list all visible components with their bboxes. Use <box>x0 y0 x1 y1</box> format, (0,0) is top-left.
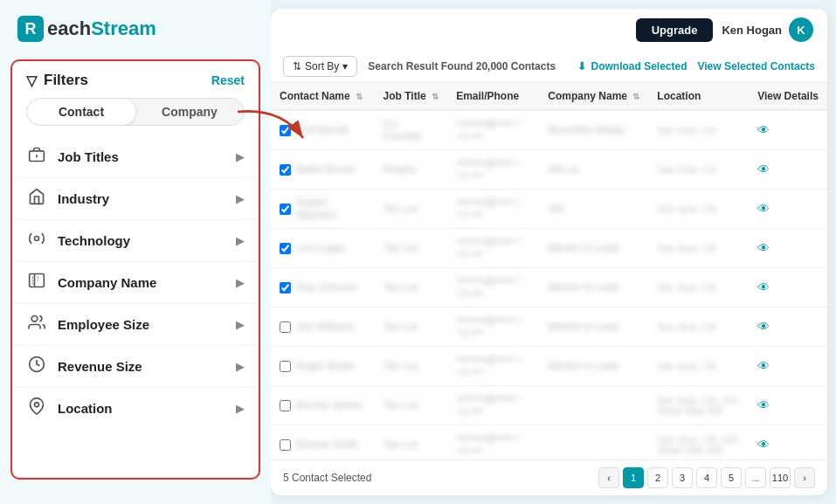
row-contact: Rolf Berndt <box>271 110 375 150</box>
logo-text: eachStream <box>47 17 156 40</box>
page-prev-button[interactable]: ‹ <box>598 467 619 488</box>
row-checkbox[interactable] <box>280 164 291 176</box>
sort-button[interactable]: ⇅ Sort By ▾ <box>283 56 357 77</box>
email-cell: ••••••••@••••• / +1-••• <box>447 229 539 268</box>
row-contact: Joe Williams <box>271 307 375 347</box>
page-4-button[interactable]: 4 <box>696 467 717 488</box>
contact-name-cell: Robert Martinez <box>296 197 366 221</box>
row-checkbox[interactable] <box>280 204 291 215</box>
contact-name-cell: Roger Burke <box>296 360 355 372</box>
logo-icon: R <box>17 16 44 42</box>
view-details-cell[interactable]: 👁 <box>749 386 827 425</box>
row-checkbox[interactable] <box>280 243 291 254</box>
row-checkbox[interactable] <box>280 361 291 372</box>
view-details-icon[interactable]: 👁 <box>757 320 770 334</box>
table-row: Joe WilliamsTax Loc••••••••@••••• / +1-•… <box>271 307 827 347</box>
job-title-cell: Realtor <box>375 150 448 190</box>
sort-icon: ⇅ <box>293 60 301 72</box>
table-row: Rolf BerndtCo-Founder••••••••@••••• / +1… <box>271 110 827 150</box>
revenue-size-arrow-icon: ▶ <box>236 360 245 373</box>
reset-button[interactable]: Reset <box>211 73 245 87</box>
job-titles-label: Job Titles <box>58 149 225 164</box>
filter-item-revenue-size[interactable]: Revenue Size ▶ <box>12 346 259 388</box>
row-contact: Bonnie Smith <box>271 425 375 460</box>
col-sort-icon: ⇅ <box>356 92 363 101</box>
filter-item-industry[interactable]: Industry ▶ <box>12 178 259 220</box>
view-contacts-button[interactable]: View Selected Contacts <box>698 60 816 72</box>
page-110-button[interactable]: 110 <box>770 467 791 488</box>
row-checkbox[interactable] <box>280 125 291 136</box>
row-contact: Roger Burke <box>271 347 375 386</box>
page-2-button[interactable]: 2 <box>647 467 668 488</box>
view-details-cell[interactable]: 👁 <box>749 268 827 307</box>
tab-contact[interactable]: Contact <box>27 99 135 125</box>
table-row: Bonnie JamesTax Loc••••••••@••••• / +1-•… <box>271 386 827 425</box>
row-checkbox[interactable] <box>280 321 291 333</box>
email-cell: ••••••••@••••• / +1-••• <box>447 150 539 190</box>
table-row: Robert MartinezTax Loc••••••••@••••• / +… <box>271 190 827 229</box>
view-details-icon[interactable]: 👁 <box>757 280 770 294</box>
employee-size-arrow-icon: ▶ <box>236 318 245 331</box>
col-sort-icon-3: ⇅ <box>632 92 639 101</box>
col-location: Location <box>648 83 749 110</box>
table-row: Roger BurkeTax Loc••••••••@••••• / +1-••… <box>271 347 827 386</box>
row-checkbox[interactable] <box>280 282 291 293</box>
col-contact-name: Contact Name ⇅ <box>271 83 375 110</box>
page-...-button[interactable]: ... <box>745 467 766 488</box>
industry-icon <box>26 188 47 210</box>
tab-company[interactable]: Company <box>135 99 244 125</box>
location-cell: San Jose, CA, 123 Street Way 456 <box>648 386 749 425</box>
email-cell: ••••••••@••••• / +1-••• <box>447 110 539 150</box>
job-title-cell: Tax Loc <box>375 268 448 307</box>
row-checkbox[interactable] <box>280 439 291 451</box>
col-job-title: Job Title ⇅ <box>375 83 448 110</box>
view-details-cell[interactable]: 👁 <box>749 150 827 190</box>
filter-item-job-titles[interactable]: Job Titles ▶ <box>12 136 259 178</box>
main-content: Upgrade Ken Hogan K ⇅ Sort By ▾ Search R… <box>271 9 827 495</box>
upgrade-button[interactable]: Upgrade <box>636 18 714 42</box>
view-details-icon[interactable]: 👁 <box>757 123 770 137</box>
contact-name-cell: Lori Logan <box>296 242 346 254</box>
contact-name-cell: Roy Johnson <box>296 281 357 293</box>
tab-toggle: Contact Company <box>26 98 245 126</box>
view-details-icon[interactable]: 👁 <box>757 241 770 255</box>
download-button[interactable]: ⬇ Download Selected <box>577 60 687 72</box>
result-number: 20,000 Contacts <box>476 60 556 72</box>
view-details-cell[interactable]: 👁 <box>749 307 827 347</box>
view-details-cell[interactable]: 👁 <box>749 425 827 460</box>
email-cell: ••••••••@••••• / +1-••• <box>447 386 539 425</box>
location-cell: San Jose, CA <box>648 150 749 190</box>
view-details-icon[interactable]: 👁 <box>757 202 770 216</box>
filter-item-company-name[interactable]: Company Name ▶ <box>12 262 259 304</box>
sort-label: Sort By <box>305 60 339 72</box>
employee-size-label: Employee Size <box>58 317 225 332</box>
company-cell: efin.us <box>539 150 648 190</box>
table-header-row: Contact Name ⇅ Job Title ⇅ Email/Phone C… <box>271 83 827 110</box>
company-cell <box>539 386 648 425</box>
result-count: Search Result Found 20,000 Contacts <box>368 60 567 72</box>
view-details-icon[interactable]: 👁 <box>757 162 770 176</box>
filter-item-technology[interactable]: Technology ▶ <box>12 220 259 262</box>
location-cell: San Jose, CA <box>648 347 749 386</box>
email-cell: ••••••••@••••• / +1-••• <box>447 347 539 386</box>
page-5-button[interactable]: 5 <box>721 467 742 488</box>
selected-count: 5 Contact Selected <box>283 472 371 484</box>
view-details-cell[interactable]: 👁 <box>749 110 827 150</box>
location-cell: San Jose, CA <box>648 268 749 307</box>
view-details-cell[interactable]: 👁 <box>749 229 827 268</box>
row-contact: Lori Logan <box>271 229 375 268</box>
app-container: R eachStream ▽ Filters Reset Contact Com… <box>0 0 836 504</box>
page-3-button[interactable]: 3 <box>672 467 693 488</box>
page-next-button[interactable]: › <box>794 467 815 488</box>
filter-item-employee-size[interactable]: Employee Size ▶ <box>12 304 259 346</box>
page-1-button[interactable]: 1 <box>623 467 644 488</box>
view-details-icon[interactable]: 👁 <box>757 398 770 412</box>
filter-item-location[interactable]: Location ▶ <box>12 388 259 429</box>
view-details-icon[interactable]: 👁 <box>757 359 770 373</box>
view-details-icon[interactable]: 👁 <box>757 438 770 452</box>
row-checkbox[interactable] <box>280 400 291 411</box>
view-details-cell[interactable]: 👁 <box>749 347 827 386</box>
company-name-arrow-icon: ▶ <box>236 276 245 289</box>
view-details-cell[interactable]: 👁 <box>749 190 827 229</box>
bottom-bar: 5 Contact Selected ‹12345...110› <box>271 459 827 495</box>
